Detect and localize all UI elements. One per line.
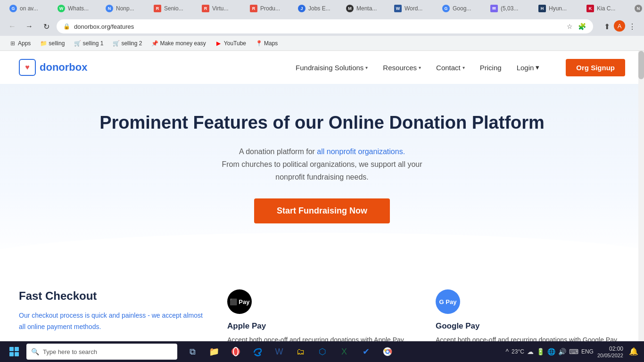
logo-area[interactable]: ♥ donorbox xyxy=(19,59,87,76)
url-text: donorbox.org/features xyxy=(74,23,561,30)
tab-11[interactable]: ✉ (5,03... xyxy=(485,1,532,16)
tab-title-12: Hyun... xyxy=(549,5,574,12)
taskbar-word[interactable]: W xyxy=(270,342,289,361)
taskbar-excel[interactable]: X xyxy=(335,342,354,361)
tab-title-5: Virtu... xyxy=(212,5,238,12)
fast-checkout-title: Fast Checkout xyxy=(19,289,208,303)
chevron-down-icon-3: ▾ xyxy=(462,65,465,70)
battery-icon[interactable]: 🔋 xyxy=(537,348,545,355)
bookmark-selling1[interactable]: 🛒 selling 1 xyxy=(70,39,107,48)
profile-button[interactable]: A xyxy=(614,20,625,32)
tab-bar: G on av... W Whats... N Nonp... R Senio.… xyxy=(0,0,644,17)
tab-7[interactable]: J Jobs E... xyxy=(292,1,339,16)
tab-title-10: Goog... xyxy=(453,5,478,12)
tab-title-1: on av... xyxy=(20,5,45,12)
tab-favicon-10: G xyxy=(442,5,450,12)
bookmark-selling2[interactable]: 🛒 selling 2 xyxy=(109,39,146,48)
hero-heading: Prominent Features of our Online Donatio… xyxy=(19,112,625,134)
tab-13[interactable]: K Kia C... xyxy=(581,1,628,16)
google-pay-icon-text: G Pay xyxy=(439,298,457,305)
taskbar-edge[interactable] xyxy=(248,342,267,361)
bookmark-apps[interactable]: ⊞ Apps xyxy=(6,39,34,48)
tab-3[interactable]: N Nonp... xyxy=(100,1,147,16)
tab-4[interactable]: R Senio... xyxy=(148,1,195,16)
bookmark-selling1-label: selling 1 xyxy=(83,40,103,47)
bookmark-youtube-label: YouTube xyxy=(224,40,246,47)
svg-point-5 xyxy=(387,351,389,353)
tab-8[interactable]: M Menta... xyxy=(340,1,388,16)
nav-link-resources[interactable]: Resources ▾ xyxy=(383,64,421,72)
youtube-icon: ▶ xyxy=(215,40,222,47)
taskbar-explorer2[interactable]: 🗂 xyxy=(291,342,310,361)
scrollbar[interactable] xyxy=(638,51,644,347)
nav-resources-label: Resources xyxy=(383,64,417,72)
tab-title-3: Nonp... xyxy=(116,5,141,12)
bookmark-make-money[interactable]: 📌 Make money easy xyxy=(148,39,209,48)
taskbar-chrome[interactable] xyxy=(378,342,397,361)
taskbar-opera[interactable] xyxy=(226,342,245,361)
nav-link-pricing[interactable]: Pricing xyxy=(480,64,502,72)
notification-center-button[interactable]: 🔔 xyxy=(627,345,640,358)
bookmark-selling-label: selling xyxy=(49,40,65,47)
taskbar-file-explorer[interactable]: 📁 xyxy=(205,342,223,361)
tab-10[interactable]: G Goog... xyxy=(437,1,484,16)
win-logo-cell-3 xyxy=(9,352,14,356)
taskbar-vscode[interactable]: ⬡ xyxy=(313,342,332,361)
language-badge: ENG xyxy=(581,348,594,355)
share-button[interactable]: ⬆ xyxy=(601,20,613,33)
expand-tray-icon[interactable]: ^ xyxy=(506,348,509,355)
tab-5[interactable]: R Virtu... xyxy=(196,1,243,16)
more-options-button[interactable]: ⋮ xyxy=(626,20,638,33)
taskbar: 🔍 Type here to search ⧉ 📁 W 🗂 ⬡ X ✔ xyxy=(0,341,644,362)
nav-link-login[interactable]: Login ▾ xyxy=(517,63,540,72)
forward-button[interactable]: → xyxy=(23,20,36,33)
hero-subtitle-line3: nonprofit fundraising needs. xyxy=(275,173,368,181)
org-signup-button[interactable]: Org Signup xyxy=(566,59,625,76)
bookmark-maps[interactable]: 📍 Maps xyxy=(252,39,281,48)
taskbar-search-bar[interactable]: 🔍 Type here to search xyxy=(26,344,177,360)
google-pay-icon: G Pay xyxy=(436,289,460,314)
chevron-down-icon-2: ▾ xyxy=(419,65,421,70)
network-icon[interactable]: 🌐 xyxy=(547,348,555,355)
fast-checkout-column: Fast Checkout Our checkout process is qu… xyxy=(19,289,208,347)
tab-9[interactable]: W Word... xyxy=(388,1,436,16)
cloud-icon[interactable]: ☁ xyxy=(527,348,534,355)
url-actions: ☆ 🧩 xyxy=(565,22,586,31)
start-fundraising-button[interactable]: Start Fundraising Now xyxy=(254,198,390,223)
keyboard-icon[interactable]: ⌨ xyxy=(569,348,578,355)
google-pay-name: Google Pay xyxy=(436,321,625,331)
bookmark-youtube[interactable]: ▶ YouTube xyxy=(212,39,250,48)
tab-1[interactable]: G on av... xyxy=(4,1,51,16)
taskbar-task-view[interactable]: ⧉ xyxy=(183,342,202,361)
win-logo-cell-2 xyxy=(15,347,19,351)
apple-pay-name: Apple Pay xyxy=(227,321,417,331)
system-time: 02:00 xyxy=(597,345,623,353)
bookmark-maps-label: Maps xyxy=(264,40,278,47)
tab-favicon-12: H xyxy=(538,5,546,12)
tab-2[interactable]: W Whats... xyxy=(52,1,99,16)
nav-login-label: Login xyxy=(517,64,534,72)
cart-icon-2: 🛒 xyxy=(113,40,119,47)
scrollbar-thumb[interactable] xyxy=(638,51,644,79)
tab-title-8: Menta... xyxy=(356,5,382,12)
site-navigation: ♥ donorbox Fundraising Solutions ▾ Resou… xyxy=(0,51,644,84)
extensions-icon[interactable]: 🧩 xyxy=(577,22,586,31)
nav-link-fundraising[interactable]: Fundraising Solutions ▾ xyxy=(296,64,368,72)
taskbar-clock[interactable]: 02:00 20/05/2022 xyxy=(597,345,623,359)
reload-button[interactable]: ↻ xyxy=(40,20,53,33)
tab-12[interactable]: H Hyun... xyxy=(533,1,580,16)
win-logo-cell-1 xyxy=(9,347,14,351)
volume-icon[interactable]: 🔊 xyxy=(558,348,566,355)
page-content: ♥ donorbox Fundraising Solutions ▾ Resou… xyxy=(0,51,644,347)
tab-favicon-9: W xyxy=(394,5,402,12)
tab-favicon-14: N xyxy=(635,5,642,12)
back-button[interactable]: ← xyxy=(6,20,19,33)
url-bar[interactable]: 🔒 donorbox.org/features ☆ 🧩 xyxy=(57,19,593,33)
tab-14[interactable]: N New... xyxy=(629,1,644,16)
bookmark-selling[interactable]: 📁 selling xyxy=(36,39,68,48)
nav-link-contact[interactable]: Contact ▾ xyxy=(436,64,465,72)
tab-6[interactable]: R Produ... xyxy=(244,1,291,16)
bookmark-star-icon[interactable]: ☆ xyxy=(565,22,574,31)
taskbar-tasks[interactable]: ✔ xyxy=(356,342,375,361)
start-button[interactable] xyxy=(4,343,25,360)
